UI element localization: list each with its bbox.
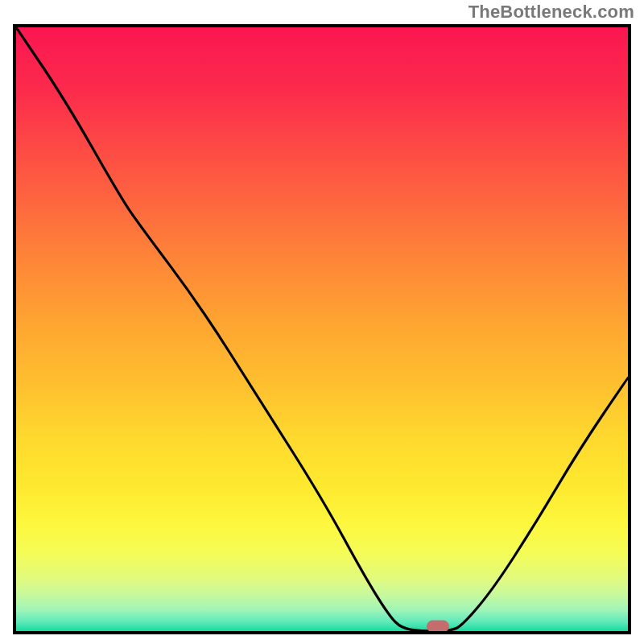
watermark-text: TheBottleneck.com [469,2,634,23]
bottleneck-curve [16,27,628,631]
optimal-point-marker [427,621,449,633]
chart-frame [13,24,631,634]
